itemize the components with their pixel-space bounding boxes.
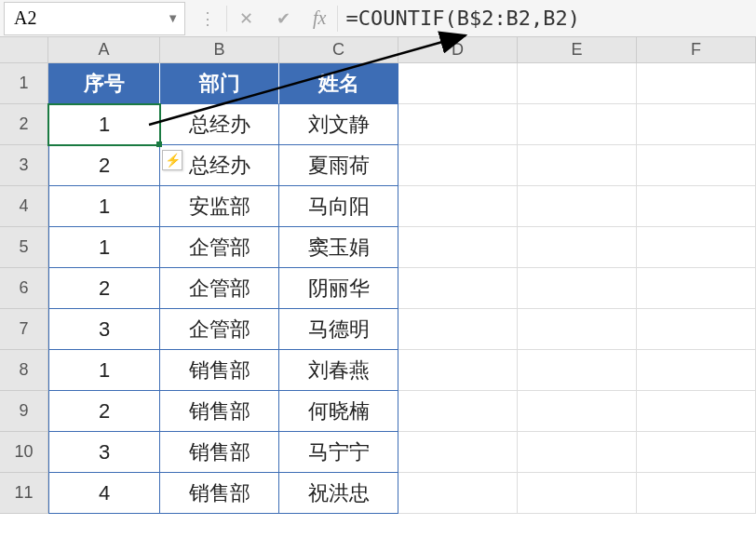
cell-e10[interactable]	[518, 432, 637, 473]
cell-a6[interactable]: 2	[48, 268, 160, 309]
cell-e4[interactable]	[518, 186, 637, 227]
cancel-icon[interactable]: ✕	[227, 2, 264, 35]
cell-c9[interactable]: 何晓楠	[279, 391, 398, 432]
cell-e11[interactable]	[518, 473, 637, 514]
cell-f2[interactable]	[637, 104, 756, 145]
row-header[interactable]: 1	[0, 63, 48, 104]
cell-f3[interactable]	[637, 145, 756, 186]
cell-f9[interactable]	[637, 391, 756, 432]
cell-b9[interactable]: 销售部	[160, 391, 279, 432]
cell-e6[interactable]	[518, 268, 637, 309]
row-header[interactable]: 5	[0, 227, 48, 268]
cell-e9[interactable]	[518, 391, 637, 432]
row-header[interactable]: 7	[0, 309, 48, 350]
cell-f8[interactable]	[637, 350, 756, 391]
cell-value: 1	[99, 113, 110, 137]
formula-input[interactable]	[338, 2, 756, 35]
cell-a2-selected[interactable]: 1	[48, 104, 160, 145]
cell-f5[interactable]	[637, 227, 756, 268]
cell-c8[interactable]: 刘春燕	[279, 350, 398, 391]
fill-handle[interactable]	[156, 141, 162, 147]
cell-b2[interactable]: 总经办	[160, 104, 279, 145]
row-header[interactable]: 10	[0, 432, 48, 473]
cell-c5[interactable]: 窦玉娟	[279, 227, 398, 268]
cell-f10[interactable]	[637, 432, 756, 473]
cell-b10[interactable]: 销售部	[160, 432, 279, 473]
cell-e5[interactable]	[518, 227, 637, 268]
cell-d10[interactable]	[398, 432, 518, 473]
cell-f6[interactable]	[637, 268, 756, 309]
cell-f4[interactable]	[637, 186, 756, 227]
cell-e7[interactable]	[518, 309, 637, 350]
row-header[interactable]: 8	[0, 350, 48, 391]
cell-f7[interactable]	[637, 309, 756, 350]
col-header-e[interactable]: E	[518, 37, 637, 63]
cell-b6[interactable]: 企管部	[160, 268, 279, 309]
cell-d3[interactable]	[398, 145, 518, 186]
cell-d2[interactable]	[398, 104, 518, 145]
col-header-b[interactable]: B	[160, 37, 279, 63]
cell-a9[interactable]: 2	[48, 391, 160, 432]
col-header-c[interactable]: C	[279, 37, 398, 63]
row-header[interactable]: 2	[0, 104, 48, 145]
cell-b8[interactable]: 销售部	[160, 350, 279, 391]
cell-c2[interactable]: 刘文静	[279, 104, 398, 145]
cell-d9[interactable]	[398, 391, 518, 432]
table-header-seq[interactable]: 序号	[48, 63, 160, 104]
cell-b4[interactable]: 安监部	[160, 186, 279, 227]
cell-c4[interactable]: 马向阳	[279, 186, 398, 227]
row-header[interactable]: 3	[0, 145, 48, 186]
row-header[interactable]: 6	[0, 268, 48, 309]
cell-a7[interactable]: 3	[48, 309, 160, 350]
cell-b11[interactable]: 销售部	[160, 473, 279, 514]
col-header-d[interactable]: D	[398, 37, 518, 63]
lightning-icon: ⚡	[165, 153, 181, 168]
cell-d4[interactable]	[398, 186, 518, 227]
cell-d11[interactable]	[398, 473, 518, 514]
cell-a11[interactable]: 4	[48, 473, 160, 514]
cell-c7[interactable]: 马德明	[279, 309, 398, 350]
cell-d7[interactable]	[398, 309, 518, 350]
cell-e3[interactable]	[518, 145, 637, 186]
name-box-value: A2	[14, 7, 36, 29]
cell-a4[interactable]: 1	[48, 186, 160, 227]
cell-b7[interactable]: 企管部	[160, 309, 279, 350]
cell-c3[interactable]: 夏雨荷	[279, 145, 398, 186]
cell-f1[interactable]	[637, 63, 756, 104]
col-header-f[interactable]: F	[637, 37, 756, 63]
cell-e2[interactable]	[518, 104, 637, 145]
row-header[interactable]: 4	[0, 186, 48, 227]
spreadsheet-grid[interactable]: A B C D E F 1 序号 部门 姓名 2 1 总经办 刘文静 3 2 总…	[0, 37, 756, 514]
cell-a8[interactable]: 1	[48, 350, 160, 391]
cell-d6[interactable]	[398, 268, 518, 309]
row-header[interactable]: 9	[0, 391, 48, 432]
chevron-down-icon[interactable]: ▼	[167, 11, 179, 26]
cell-d1[interactable]	[398, 63, 518, 104]
fx-icon[interactable]: fx	[302, 7, 337, 29]
cell-c6[interactable]: 阴丽华	[279, 268, 398, 309]
cell-c11[interactable]: 祝洪忠	[279, 473, 398, 514]
dots-icon[interactable]: ⋮	[189, 2, 226, 35]
formula-bar: A2 ▼ ⋮ ✕ ✔ fx	[0, 0, 756, 37]
cell-e8[interactable]	[518, 350, 637, 391]
cell-b5[interactable]: 企管部	[160, 227, 279, 268]
cell-a5[interactable]: 1	[48, 227, 160, 268]
cell-d5[interactable]	[398, 227, 518, 268]
col-header-a[interactable]: A	[48, 37, 160, 63]
table-header-name[interactable]: 姓名	[279, 63, 398, 104]
accept-icon[interactable]: ✔	[264, 2, 302, 35]
cell-c10[interactable]: 马宁宁	[279, 432, 398, 473]
cell-a3[interactable]: 2	[48, 145, 160, 186]
name-box[interactable]: A2 ▼	[4, 2, 185, 35]
autofill-options-button[interactable]: ⚡	[162, 150, 182, 170]
cell-f11[interactable]	[637, 473, 756, 514]
cell-d8[interactable]	[398, 350, 518, 391]
cell-a10[interactable]: 3	[48, 432, 160, 473]
table-header-dept[interactable]: 部门	[160, 63, 279, 104]
select-all-corner[interactable]	[0, 37, 48, 63]
row-header[interactable]: 11	[0, 473, 48, 514]
cell-e1[interactable]	[518, 63, 637, 104]
